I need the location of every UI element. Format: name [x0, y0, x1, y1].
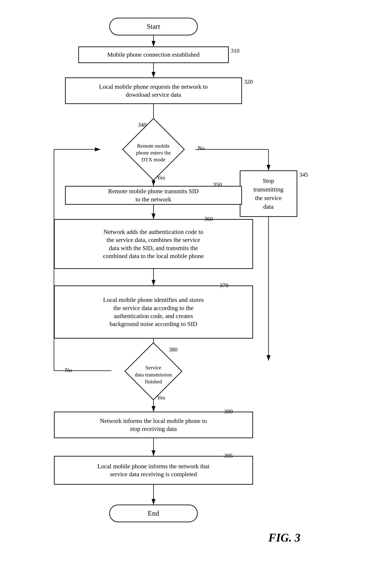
label-395: 395 — [224, 453, 233, 459]
end-node: End — [109, 504, 198, 522]
label-360: 360 — [204, 216, 213, 222]
node-340: Remote mobile phone enters the DTX mode — [101, 126, 207, 173]
node-380: Service data transmission finished — [101, 350, 207, 393]
node-360: Network adds the authentication code to … — [54, 219, 253, 269]
yes-label-340: Yes — [157, 174, 165, 181]
label-350: 350 — [213, 182, 222, 188]
figure-label: FIG. 3 — [268, 531, 300, 544]
label-370: 370 — [220, 282, 228, 289]
node-320: Local mobile phone requests the network … — [65, 78, 242, 104]
label-390: 390 — [224, 408, 233, 415]
label-380: 380 — [169, 346, 178, 353]
node-350: Remote mobile phone transmits SID to the… — [65, 186, 242, 205]
label-320: 320 — [244, 79, 253, 85]
no-label-340: No — [198, 145, 205, 152]
label-310: 310 — [231, 48, 240, 54]
start-node: Start — [109, 18, 198, 35]
yes-label-380: Yes — [157, 394, 165, 401]
node-370: Local mobile phone identifies and stores… — [54, 286, 253, 338]
label-345: 345 — [300, 171, 308, 178]
node-390: Network informs the local mobile phone t… — [54, 412, 253, 438]
diagram-container: Start Mobile phone connection establishe… — [36, 9, 346, 580]
node-310: Mobile phone connection established — [78, 46, 229, 63]
no-label-380: No — [65, 367, 72, 374]
node-395: Local mobile phone informs the network t… — [54, 456, 253, 485]
node-345: Stop transmitting the service data — [240, 170, 297, 217]
label-340: 340 — [138, 122, 147, 128]
